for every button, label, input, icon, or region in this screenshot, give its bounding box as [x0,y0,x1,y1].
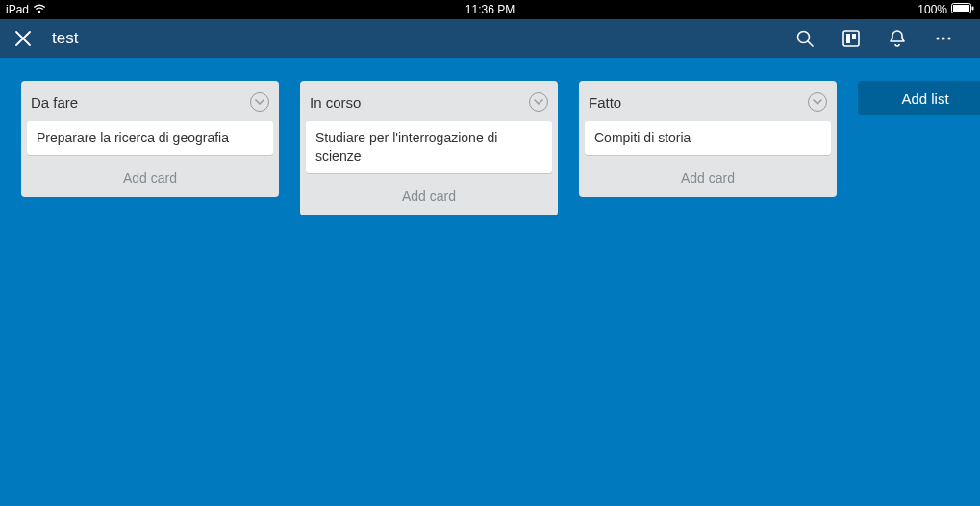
add-card-button[interactable]: Add card [21,161,279,191]
notifications-button[interactable] [878,19,917,58]
list-fatto: Fatto Compiti di storia Add card [579,81,837,197]
device-label: iPad [6,3,29,16]
battery-percent: 100% [917,3,947,16]
list-header: In corso [300,89,558,121]
boards-button[interactable] [832,19,870,58]
list-title: In corso [310,94,361,111]
list-menu-button[interactable] [250,92,269,112]
svg-rect-2 [972,7,974,11]
list-da-fare: Da fare Preparare la ricerca di geografi… [21,81,279,197]
clock: 11:36 PM [465,3,515,16]
card[interactable]: Preparare la ricerca di geografia [27,121,273,155]
svg-point-10 [947,37,950,39]
list-menu-button[interactable] [529,92,548,112]
svg-rect-6 [846,34,850,43]
close-button[interactable] [13,29,33,48]
svg-rect-7 [852,34,856,39]
svg-rect-1 [953,5,969,12]
add-card-button[interactable]: Add card [579,161,837,191]
list-header: Da fare [21,89,279,121]
board-header: test [0,19,980,58]
svg-line-4 [808,41,813,46]
wifi-icon [33,3,46,16]
search-button[interactable] [786,19,824,58]
battery-icon [951,3,974,16]
add-list-button[interactable]: Add list [858,81,980,115]
board-title: test [52,29,78,48]
list-in-corso: In corso Studiare per l'interrogazione d… [300,81,558,215]
add-card-button[interactable]: Add card [300,179,558,210]
card[interactable]: Studiare per l'interrogazione di scienze [306,121,552,173]
ios-status-bar: iPad 11:36 PM 100% [0,0,980,19]
svg-point-9 [942,37,944,39]
card[interactable]: Compiti di storia [585,121,831,155]
list-title: Da fare [31,94,78,111]
svg-rect-5 [843,31,859,46]
list-title: Fatto [589,94,621,111]
list-header: Fatto [579,89,837,121]
more-button[interactable] [924,19,963,58]
svg-point-8 [936,37,939,39]
list-menu-button[interactable] [808,92,827,112]
board-area: Da fare Preparare la ricerca di geografi… [0,58,980,506]
